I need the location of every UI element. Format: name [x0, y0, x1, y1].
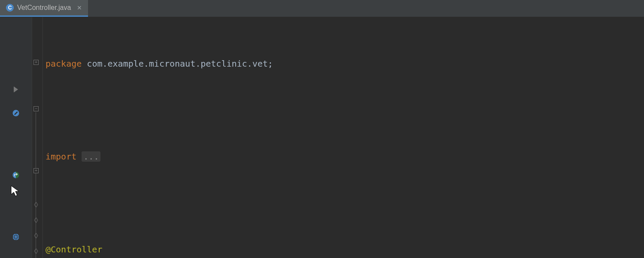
gutter — [0, 17, 32, 258]
svg-marker-4 — [34, 202, 38, 207]
code-line: import ... — [43, 149, 644, 164]
svg-marker-5 — [34, 218, 38, 223]
fold-class-icon[interactable]: − — [33, 106, 39, 111]
injected-icon[interactable] — [0, 167, 32, 183]
text: com.example.micronaut.petclinic.vet; — [82, 58, 273, 69]
editor-body: + − + package com.example.micronaut.petc… — [0, 17, 644, 258]
svg-marker-7 — [34, 249, 38, 254]
tab-vetcontroller[interactable]: C VetController.java ✕ — [0, 0, 88, 17]
keyword: package — [46, 58, 82, 69]
endpoint-icon[interactable] — [0, 229, 32, 245]
code-line — [43, 102, 644, 118]
fold-marker-icon[interactable] — [34, 202, 38, 208]
fold-column: + − + — [32, 17, 43, 258]
folded-region[interactable]: ... — [82, 151, 100, 162]
code-line: package com.example.micronaut.petclinic.… — [43, 56, 644, 71]
java-class-icon: C — [6, 4, 14, 12]
keyword: import — [46, 151, 76, 162]
bean-icon[interactable] — [0, 105, 32, 121]
fold-marker-icon[interactable] — [34, 217, 38, 223]
close-tab-icon[interactable]: ✕ — [77, 4, 82, 11]
tab-filename: VetController.java — [17, 4, 71, 12]
fold-marker-icon[interactable] — [34, 233, 38, 239]
code-line: @Controller — [43, 242, 644, 257]
code-line — [43, 195, 644, 211]
code-area[interactable]: package com.example.micronaut.petclinic.… — [43, 17, 644, 258]
svg-point-2 — [13, 234, 19, 240]
fold-constructor-icon[interactable]: + — [33, 168, 39, 173]
fold-marker-icon[interactable] — [34, 248, 38, 254]
tab-bar: C VetController.java ✕ — [0, 0, 644, 17]
fold-imports-icon[interactable]: + — [33, 60, 39, 65]
svg-marker-6 — [34, 233, 38, 238]
annotation: @Controller — [46, 244, 102, 255]
run-class-icon[interactable] — [0, 82, 32, 97]
